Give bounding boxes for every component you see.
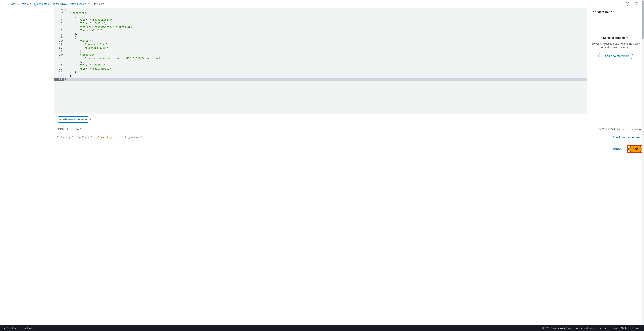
gutter-line[interactable]: 8▼ xyxy=(54,32,64,36)
code-line[interactable]: ], xyxy=(64,50,587,53)
refresh-icon[interactable] xyxy=(636,2,638,5)
breadcrumb-role-name[interactable]: fcj-book-store-BooksListRole-UdtbbHSbnkj… xyxy=(34,2,86,6)
add-new-statement-button[interactable]: + Add new statement xyxy=(56,116,91,123)
chevron-right-icon: ❯ xyxy=(30,3,32,5)
code-line[interactable]: "Resource": [ xyxy=(64,53,587,56)
gutter-line[interactable]: 9▼ xyxy=(54,36,64,39)
add-new-statement-label: Add new statement xyxy=(62,118,87,121)
breadcrumb: IAM ❯ Roles ❯ fcj-book-store-BooksListRo… xyxy=(10,2,104,6)
suggestions-count[interactable]: Suggestions: 0 xyxy=(120,136,142,139)
gutter-line[interactable]: 15▼ xyxy=(54,57,64,60)
action-bar: Cancel Next xyxy=(54,142,644,156)
fold-caret-icon[interactable]: ▼ xyxy=(62,12,64,14)
code-line[interactable]: "arn:aws:dynamodb:us-east-1:017820706022… xyxy=(64,57,587,60)
info-icon[interactable]: i xyxy=(626,2,629,5)
gutter-line[interactable]: 19▼ xyxy=(54,70,64,74)
top-nav-bar: IAM ❯ Roles ❯ fcj-book-store-BooksListRo… xyxy=(0,0,644,8)
gutter-line[interactable]: 10▼ xyxy=(54,39,64,43)
shield-icon xyxy=(57,136,60,139)
code-line[interactable]: "Action": "cloudwatch:PutMetricData", xyxy=(64,25,587,29)
errors-count[interactable]: Errors: 0 xyxy=(78,136,92,139)
gutter-line[interactable]: 20▼ xyxy=(54,74,64,78)
page-scrollbar[interactable] xyxy=(642,0,644,156)
plus-icon: + xyxy=(602,54,604,58)
edit-statement-panel: Edit statement Select a statement Select… xyxy=(588,8,644,125)
code-line[interactable]: ] xyxy=(64,74,587,78)
chevron-right-icon: ❯ xyxy=(17,3,19,5)
code-line[interactable]: "Sid": "ReadDynamoDB" xyxy=(64,67,587,70)
code-line[interactable]: "Statement": [ xyxy=(64,11,587,15)
code-line[interactable]: "dynamodb:Scan", xyxy=(64,43,587,46)
plus-icon: + xyxy=(60,118,61,121)
editor-status-bar: JSON Ln 21, Col 1 9982 of 10240 characte… xyxy=(54,125,644,133)
code-line[interactable]: "Effect": "Allow", xyxy=(64,22,587,25)
fold-caret-icon[interactable]: ▼ xyxy=(62,40,64,42)
panel-title: Edit statement xyxy=(588,8,644,17)
gutter-line[interactable]: ⚠2▼ xyxy=(54,11,64,15)
gutter-line[interactable]: 18▼ xyxy=(54,67,64,70)
menu-icon[interactable] xyxy=(4,3,7,5)
gutter-line[interactable]: 16▼ xyxy=(54,60,64,64)
next-button-highlight: Next xyxy=(627,145,644,153)
issue-bar: Security: 0 Errors: 0 Warnings: 1 Sugges… xyxy=(54,133,644,142)
select-statement-heading: Select a statement xyxy=(591,36,640,39)
gutter-line[interactable]: 3▼ xyxy=(54,15,64,18)
fold-caret-icon[interactable]: ▼ xyxy=(62,54,64,56)
code-line[interactable]: { xyxy=(64,36,587,39)
chevron-right-icon: ❯ xyxy=(88,3,90,5)
code-line[interactable]: "Sid": "VisualEditor0", xyxy=(64,18,587,22)
gutter-line[interactable]: 21▼ xyxy=(54,78,64,81)
gutter-line[interactable]: 7▼ xyxy=(54,29,64,32)
status-char-count: 9982 of 10240 characters remaining xyxy=(598,128,641,131)
code-line[interactable]: }, xyxy=(64,32,587,36)
breadcrumb-current: Edit policy xyxy=(92,2,104,5)
code-line[interactable]: ], xyxy=(64,60,587,64)
select-statement-body: Select an existing statement in the poli… xyxy=(591,42,640,49)
cancel-button[interactable]: Cancel xyxy=(609,146,626,152)
lightbulb-icon xyxy=(120,136,123,139)
fold-caret-icon[interactable]: ▼ xyxy=(62,15,64,17)
code-line[interactable]: { xyxy=(64,8,587,11)
code-line[interactable]: { xyxy=(64,15,587,18)
side-add-statement-label: Add new statement xyxy=(605,54,629,57)
code-line[interactable]: "Action": [ xyxy=(64,39,587,43)
gutter-line[interactable]: 1▼ xyxy=(54,8,64,11)
gutter-line[interactable]: 11▼ xyxy=(54,43,64,46)
warnings-count[interactable]: Warnings: 1 xyxy=(97,136,116,139)
code-line[interactable]: } xyxy=(64,78,587,81)
gutter-line[interactable]: 14▼ xyxy=(54,53,64,56)
scrollbar-thumb[interactable] xyxy=(642,0,644,39)
warning-icon: ⚠ xyxy=(55,11,56,14)
next-button[interactable]: Next xyxy=(628,146,643,152)
gutter-line[interactable]: 5▼ xyxy=(54,22,64,25)
fold-caret-icon[interactable]: ▼ xyxy=(62,36,64,38)
code-editor[interactable]: 1▼⚠2▼3▼4▼5▼6▼7▼8▼9▼10▼11▼12▼13▼14▼15▼16▼… xyxy=(54,8,587,114)
warning-icon xyxy=(97,136,100,139)
gutter-line[interactable]: 12▼ xyxy=(54,46,64,50)
status-language: JSON xyxy=(57,128,64,131)
breadcrumb-iam[interactable]: IAM xyxy=(10,2,15,6)
gutter-line[interactable]: 4▼ xyxy=(54,18,64,22)
gutter-line[interactable]: 17▼ xyxy=(54,64,64,67)
code-line[interactable]: "dynamodb:Query" xyxy=(64,46,587,50)
fold-caret-icon[interactable]: ▼ xyxy=(62,9,64,10)
status-cursor-pos: Ln 21, Col 1 xyxy=(67,128,82,131)
code-editor-panel: 1▼⚠2▼3▼4▼5▼6▼7▼8▼9▼10▼11▼12▼13▼14▼15▼16▼… xyxy=(54,8,588,125)
gutter-line[interactable]: 6▼ xyxy=(54,25,64,29)
side-add-statement-button[interactable]: + Add new statement xyxy=(598,53,633,59)
breadcrumb-roles[interactable]: Roles xyxy=(21,2,28,6)
code-line[interactable]: "Effect": "Allow", xyxy=(64,64,587,67)
check-new-access-link[interactable]: Check for new access xyxy=(613,136,641,139)
code-line[interactable]: "Resource": "*" xyxy=(64,29,587,32)
error-icon xyxy=(78,136,81,139)
gutter-line[interactable]: 13▼ xyxy=(54,50,64,53)
code-line[interactable]: } xyxy=(64,70,587,74)
security-count[interactable]: Security: 0 xyxy=(57,136,74,139)
